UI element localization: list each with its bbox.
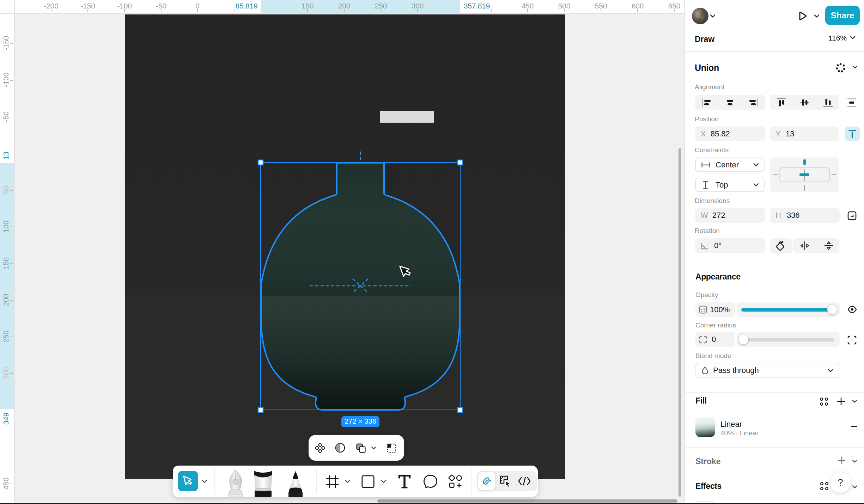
svg-text:272 × 336: 272 × 336 [345,417,376,425]
